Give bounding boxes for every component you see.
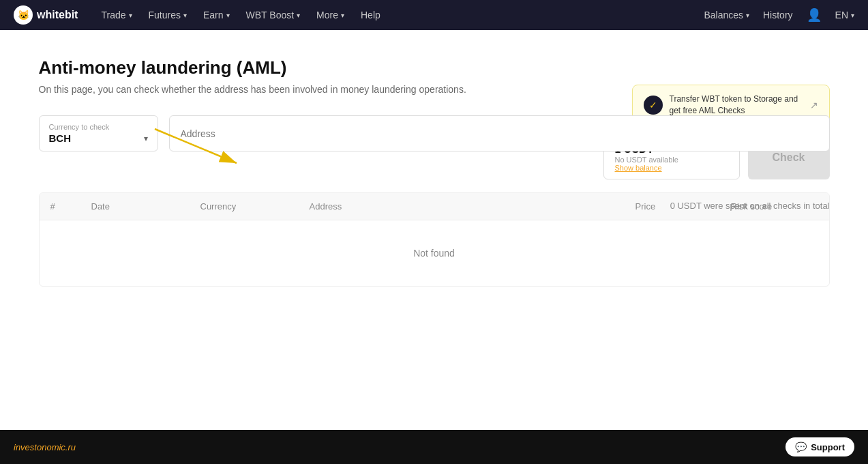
main-content: Anti-money laundering (AML) On this page…	[18, 30, 850, 341]
currency-value: BCH	[49, 132, 72, 144]
futures-chevron-icon: ▾	[183, 12, 187, 19]
no-balance-text: No USDT available	[615, 156, 728, 164]
nav-trade[interactable]: Trade ▾	[101, 10, 132, 20]
show-balance-link[interactable]: Show balance	[615, 164, 728, 172]
earn-chevron-icon: ▾	[226, 12, 230, 19]
nav-more[interactable]: More ▾	[316, 10, 344, 20]
currency-select[interactable]: Currency to check BCH ▾	[39, 115, 158, 151]
not-found-message: Not found	[40, 220, 829, 286]
nav-account-icon[interactable]: 👤	[807, 8, 822, 23]
col-currency: Currency	[190, 193, 299, 220]
logo-text: whitebit	[37, 9, 78, 21]
currency-label: Currency to check	[49, 123, 148, 131]
nav-help[interactable]: Help	[361, 10, 380, 20]
more-chevron-icon: ▾	[341, 12, 344, 19]
trade-chevron-icon: ▾	[129, 12, 132, 19]
nav-wbt-boost[interactable]: WBT Boost ▾	[246, 10, 301, 20]
navbar: 🐱 whitebit Trade ▾ Futures ▾ Earn ▾ WBT …	[0, 0, 868, 30]
wbt-boost-chevron-icon: ▾	[297, 12, 300, 19]
col-number: #	[40, 193, 80, 220]
lang-chevron-icon: ▾	[851, 12, 854, 19]
banner-check-icon: ✓	[644, 96, 663, 115]
page-title: Anti-money laundering (AML)	[39, 57, 830, 78]
form-row: Currency to check BCH ▾	[39, 115, 830, 151]
address-input[interactable]	[170, 119, 829, 149]
nav-futures[interactable]: Futures ▾	[149, 10, 187, 20]
nav-balances[interactable]: Balances ▾	[704, 10, 749, 20]
logo-icon: 🐱	[14, 5, 33, 25]
col-date: Date	[80, 193, 190, 220]
col-address: Address	[299, 193, 625, 220]
banner-text: Transfer WBT token to Storage and get fr…	[670, 93, 803, 117]
nav-lang[interactable]: EN ▾	[835, 10, 854, 20]
logo[interactable]: 🐱 whitebit	[14, 5, 78, 25]
nav-right: Balances ▾ History 👤 EN ▾	[704, 8, 854, 23]
nav-earn[interactable]: Earn ▾	[203, 10, 230, 20]
spent-text: 0 USDT were spent on all checks in total	[670, 201, 830, 211]
currency-dropdown-icon: ▾	[144, 134, 148, 143]
balances-chevron-icon: ▾	[746, 12, 749, 19]
address-input-wrap	[169, 115, 830, 151]
banner-arrow-icon: ↗	[810, 100, 818, 111]
nav-history[interactable]: History	[763, 10, 793, 20]
